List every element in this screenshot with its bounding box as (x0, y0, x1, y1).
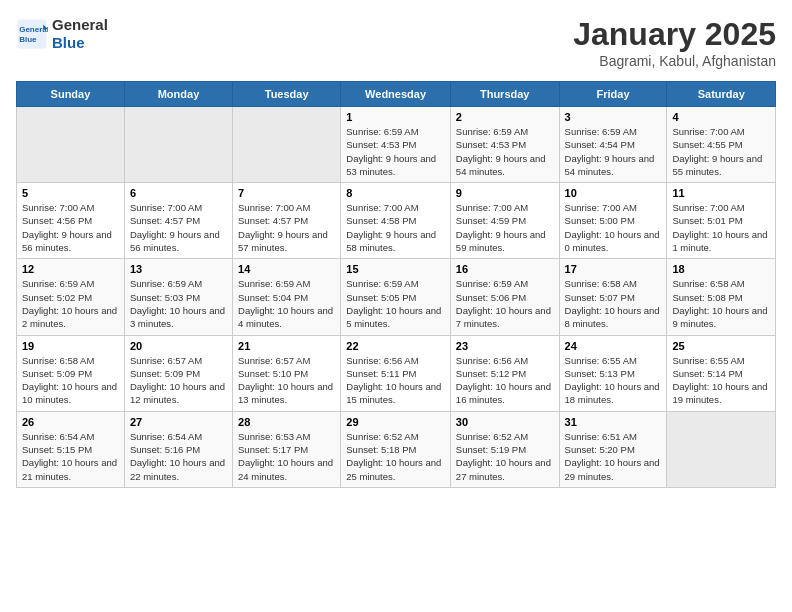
day-number: 9 (456, 187, 554, 199)
day-info: Sunrise: 6:57 AM Sunset: 5:09 PM Dayligh… (130, 354, 227, 407)
calendar-table: SundayMondayTuesdayWednesdayThursdayFrid… (16, 81, 776, 488)
day-number: 23 (456, 340, 554, 352)
svg-text:Blue: Blue (19, 35, 37, 44)
day-number: 17 (565, 263, 662, 275)
calendar-cell: 14Sunrise: 6:59 AM Sunset: 5:04 PM Dayli… (233, 259, 341, 335)
calendar-cell: 17Sunrise: 6:58 AM Sunset: 5:07 PM Dayli… (559, 259, 667, 335)
day-number: 2 (456, 111, 554, 123)
day-info: Sunrise: 7:00 AM Sunset: 4:59 PM Dayligh… (456, 201, 554, 254)
day-number: 5 (22, 187, 119, 199)
day-info: Sunrise: 6:59 AM Sunset: 4:54 PM Dayligh… (565, 125, 662, 178)
calendar-cell: 19Sunrise: 6:58 AM Sunset: 5:09 PM Dayli… (17, 335, 125, 411)
day-info: Sunrise: 6:57 AM Sunset: 5:10 PM Dayligh… (238, 354, 335, 407)
day-info: Sunrise: 6:56 AM Sunset: 5:12 PM Dayligh… (456, 354, 554, 407)
calendar-cell: 30Sunrise: 6:52 AM Sunset: 5:19 PM Dayli… (450, 411, 559, 487)
calendar-cell: 16Sunrise: 6:59 AM Sunset: 5:06 PM Dayli… (450, 259, 559, 335)
weekday-header-monday: Monday (124, 82, 232, 107)
day-info: Sunrise: 7:00 AM Sunset: 4:57 PM Dayligh… (238, 201, 335, 254)
calendar-cell (233, 107, 341, 183)
day-info: Sunrise: 6:53 AM Sunset: 5:17 PM Dayligh… (238, 430, 335, 483)
day-info: Sunrise: 6:55 AM Sunset: 5:13 PM Dayligh… (565, 354, 662, 407)
calendar-week-3: 12Sunrise: 6:59 AM Sunset: 5:02 PM Dayli… (17, 259, 776, 335)
day-number: 29 (346, 416, 445, 428)
day-number: 22 (346, 340, 445, 352)
calendar-cell: 4Sunrise: 7:00 AM Sunset: 4:55 PM Daylig… (667, 107, 776, 183)
day-info: Sunrise: 6:59 AM Sunset: 5:05 PM Dayligh… (346, 277, 445, 330)
day-number: 30 (456, 416, 554, 428)
logo-text-line2: Blue (52, 34, 108, 52)
calendar-cell: 7Sunrise: 7:00 AM Sunset: 4:57 PM Daylig… (233, 183, 341, 259)
day-info: Sunrise: 7:00 AM Sunset: 5:00 PM Dayligh… (565, 201, 662, 254)
day-number: 16 (456, 263, 554, 275)
logo-icon: General Blue (16, 18, 48, 50)
calendar-cell: 13Sunrise: 6:59 AM Sunset: 5:03 PM Dayli… (124, 259, 232, 335)
day-info: Sunrise: 6:59 AM Sunset: 5:04 PM Dayligh… (238, 277, 335, 330)
day-info: Sunrise: 6:59 AM Sunset: 4:53 PM Dayligh… (456, 125, 554, 178)
calendar-cell: 20Sunrise: 6:57 AM Sunset: 5:09 PM Dayli… (124, 335, 232, 411)
day-info: Sunrise: 6:58 AM Sunset: 5:07 PM Dayligh… (565, 277, 662, 330)
calendar-cell: 11Sunrise: 7:00 AM Sunset: 5:01 PM Dayli… (667, 183, 776, 259)
logo-text-line1: General (52, 16, 108, 34)
day-info: Sunrise: 6:51 AM Sunset: 5:20 PM Dayligh… (565, 430, 662, 483)
day-number: 1 (346, 111, 445, 123)
calendar-cell: 23Sunrise: 6:56 AM Sunset: 5:12 PM Dayli… (450, 335, 559, 411)
page-header: General Blue General Blue January 2025 B… (16, 16, 776, 69)
day-number: 3 (565, 111, 662, 123)
calendar-cell: 8Sunrise: 7:00 AM Sunset: 4:58 PM Daylig… (341, 183, 451, 259)
day-number: 31 (565, 416, 662, 428)
day-number: 24 (565, 340, 662, 352)
day-info: Sunrise: 6:52 AM Sunset: 5:19 PM Dayligh… (456, 430, 554, 483)
day-number: 10 (565, 187, 662, 199)
day-info: Sunrise: 6:54 AM Sunset: 5:15 PM Dayligh… (22, 430, 119, 483)
day-info: Sunrise: 6:59 AM Sunset: 5:03 PM Dayligh… (130, 277, 227, 330)
day-number: 15 (346, 263, 445, 275)
calendar-cell: 28Sunrise: 6:53 AM Sunset: 5:17 PM Dayli… (233, 411, 341, 487)
day-number: 7 (238, 187, 335, 199)
calendar-cell: 26Sunrise: 6:54 AM Sunset: 5:15 PM Dayli… (17, 411, 125, 487)
day-number: 21 (238, 340, 335, 352)
calendar-cell: 15Sunrise: 6:59 AM Sunset: 5:05 PM Dayli… (341, 259, 451, 335)
weekday-header-wednesday: Wednesday (341, 82, 451, 107)
weekday-header-thursday: Thursday (450, 82, 559, 107)
day-number: 25 (672, 340, 770, 352)
day-info: Sunrise: 7:00 AM Sunset: 5:01 PM Dayligh… (672, 201, 770, 254)
calendar-cell: 6Sunrise: 7:00 AM Sunset: 4:57 PM Daylig… (124, 183, 232, 259)
day-info: Sunrise: 7:00 AM Sunset: 4:58 PM Dayligh… (346, 201, 445, 254)
day-info: Sunrise: 7:00 AM Sunset: 4:55 PM Dayligh… (672, 125, 770, 178)
day-number: 12 (22, 263, 119, 275)
day-number: 6 (130, 187, 227, 199)
day-info: Sunrise: 6:55 AM Sunset: 5:14 PM Dayligh… (672, 354, 770, 407)
calendar-cell: 25Sunrise: 6:55 AM Sunset: 5:14 PM Dayli… (667, 335, 776, 411)
day-number: 26 (22, 416, 119, 428)
day-number: 19 (22, 340, 119, 352)
day-number: 28 (238, 416, 335, 428)
day-info: Sunrise: 6:56 AM Sunset: 5:11 PM Dayligh… (346, 354, 445, 407)
calendar-week-5: 26Sunrise: 6:54 AM Sunset: 5:15 PM Dayli… (17, 411, 776, 487)
calendar-cell: 5Sunrise: 7:00 AM Sunset: 4:56 PM Daylig… (17, 183, 125, 259)
title-block: January 2025 Bagrami, Kabul, Afghanistan (573, 16, 776, 69)
day-number: 11 (672, 187, 770, 199)
calendar-cell: 27Sunrise: 6:54 AM Sunset: 5:16 PM Dayli… (124, 411, 232, 487)
day-number: 13 (130, 263, 227, 275)
day-number: 27 (130, 416, 227, 428)
logo: General Blue General Blue (16, 16, 108, 52)
calendar-cell: 10Sunrise: 7:00 AM Sunset: 5:00 PM Dayli… (559, 183, 667, 259)
day-number: 18 (672, 263, 770, 275)
weekday-header-row: SundayMondayTuesdayWednesdayThursdayFrid… (17, 82, 776, 107)
day-info: Sunrise: 7:00 AM Sunset: 4:56 PM Dayligh… (22, 201, 119, 254)
calendar-cell (17, 107, 125, 183)
day-info: Sunrise: 7:00 AM Sunset: 4:57 PM Dayligh… (130, 201, 227, 254)
day-number: 4 (672, 111, 770, 123)
day-info: Sunrise: 6:54 AM Sunset: 5:16 PM Dayligh… (130, 430, 227, 483)
calendar-cell: 31Sunrise: 6:51 AM Sunset: 5:20 PM Dayli… (559, 411, 667, 487)
calendar-cell: 22Sunrise: 6:56 AM Sunset: 5:11 PM Dayli… (341, 335, 451, 411)
calendar-cell: 3Sunrise: 6:59 AM Sunset: 4:54 PM Daylig… (559, 107, 667, 183)
calendar-cell: 24Sunrise: 6:55 AM Sunset: 5:13 PM Dayli… (559, 335, 667, 411)
day-info: Sunrise: 6:52 AM Sunset: 5:18 PM Dayligh… (346, 430, 445, 483)
day-info: Sunrise: 6:58 AM Sunset: 5:08 PM Dayligh… (672, 277, 770, 330)
day-number: 20 (130, 340, 227, 352)
weekday-header-saturday: Saturday (667, 82, 776, 107)
day-info: Sunrise: 6:59 AM Sunset: 5:02 PM Dayligh… (22, 277, 119, 330)
calendar-cell (124, 107, 232, 183)
calendar-cell: 29Sunrise: 6:52 AM Sunset: 5:18 PM Dayli… (341, 411, 451, 487)
